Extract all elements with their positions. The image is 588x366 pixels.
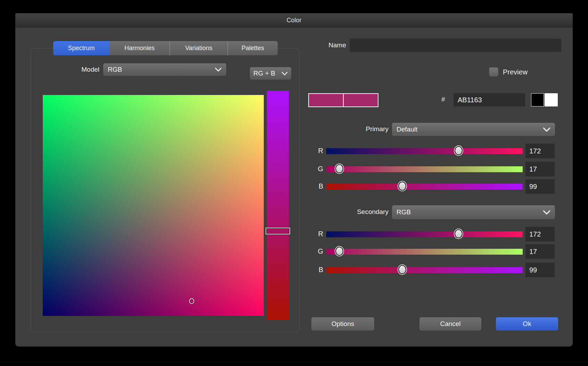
secondary-r-channel-label: R [300,230,323,238]
primary-r-channel-label: R [300,147,323,155]
primary-b-channel-label: B [300,182,323,190]
primary-g-channel-label: G [300,165,323,173]
title-bar[interactable]: Color [15,13,573,27]
primary-mode-value: Default [397,126,417,133]
primary-g-slider-handle[interactable] [335,164,343,173]
plane-dropdown-value: RG + B [253,70,275,77]
tab-palettes[interactable]: Palettes [228,41,278,55]
secondary-g-slider-track[interactable] [326,249,523,255]
secondary-b-slider-handle[interactable] [398,265,406,274]
secondary-label: Secondary [328,208,389,216]
primary-b-slider-handle[interactable] [398,182,406,191]
color-dialog: Color SpectrumHarmoniesVariationsPalette… [15,13,573,347]
black-color-well[interactable] [531,93,544,106]
secondary-g-value[interactable]: 17 [525,244,555,259]
chevron-down-icon [281,72,288,75]
color-spectrum-field[interactable] [43,95,264,316]
model-dropdown[interactable]: RGB [103,63,226,76]
secondary-r-value[interactable]: 172 [525,227,555,241]
spectrum-cursor[interactable] [189,298,194,304]
secondary-b-channel-label: B [300,266,323,274]
dialog-title: Color [15,13,573,27]
current-color-swatch [309,94,344,106]
previous-color-swatch [344,94,378,106]
hex-input[interactable] [454,93,525,106]
secondary-r-slider-handle[interactable] [455,229,463,238]
tab-bar: SpectrumHarmoniesVariationsPalettes [53,41,278,55]
secondary-channel-row-b: B99 [15,263,573,277]
secondary-mode-value: RGB [397,208,411,216]
model-label: Model [50,66,99,73]
secondary-g-channel-label: G [300,247,323,255]
primary-g-slider-track[interactable] [326,166,523,172]
primary-label: Primary [328,125,389,133]
secondary-mode-dropdown[interactable]: RGB [392,205,555,219]
hex-hash-label: # [441,96,451,103]
preview-checkbox[interactable] [489,67,498,77]
tab-variations[interactable]: Variations [170,41,228,55]
secondary-channel-row-g: G17 [15,244,573,259]
primary-g-value[interactable]: 17 [525,162,555,176]
tab-harmonies[interactable]: Harmonies [109,41,170,55]
plane-dropdown[interactable]: RG + B [250,67,291,80]
name-label: Name [293,41,346,49]
preview-label: Preview [503,68,528,76]
secondary-channel-row-r: R172 [15,227,573,241]
chevron-down-icon [543,210,550,215]
chevron-down-icon [215,67,222,72]
secondary-b-value[interactable]: 99 [525,263,555,277]
primary-r-slider-handle[interactable] [455,146,463,155]
secondary-b-slider-track[interactable] [326,267,523,273]
current-color-swatch-pair [308,93,378,107]
white-color-well[interactable] [545,93,558,106]
primary-b-value[interactable]: 99 [525,179,555,194]
blue-channel-vertical-slider[interactable] [267,91,289,320]
primary-mode-dropdown[interactable]: Default [392,123,555,136]
primary-channel-row-b: B99 [15,179,573,194]
tab-spectrum[interactable]: Spectrum [53,41,109,55]
chevron-down-icon [543,127,550,132]
secondary-g-slider-handle[interactable] [335,247,343,256]
primary-r-slider-track[interactable] [326,148,523,154]
model-dropdown-value: RGB [108,66,122,73]
primary-channel-row-g: G17 [15,162,573,176]
primary-channel-row-r: R172 [15,144,573,158]
spectrum-green-gradient [43,95,264,316]
name-input[interactable] [350,39,561,52]
primary-r-value[interactable]: 172 [525,144,555,158]
secondary-r-slider-track[interactable] [326,231,523,237]
ok-button[interactable]: Ok [496,317,558,331]
cancel-button[interactable]: Cancel [419,317,481,331]
options-button[interactable]: Options [311,317,374,331]
primary-b-slider-track[interactable] [326,184,523,190]
